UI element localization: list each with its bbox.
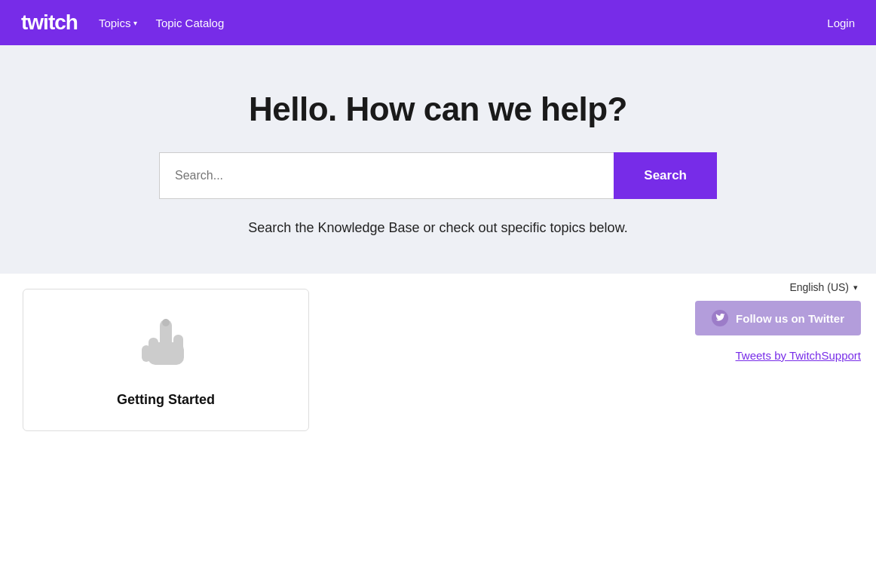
search-input[interactable]	[159, 152, 614, 199]
language-selector[interactable]: English (US)	[789, 281, 849, 293]
topics-chevron-icon: ▾	[133, 19, 137, 27]
topic-catalog-label: Topic Catalog	[155, 17, 224, 29]
hero-title: Hello. How can we help?	[249, 90, 627, 128]
svg-rect-2	[173, 335, 183, 356]
twitch-logo: twitch	[21, 11, 78, 35]
getting-started-icon	[132, 312, 200, 380]
follow-twitter-button[interactable]: Follow us on Twitter	[695, 301, 861, 335]
language-chevron-icon: ▾	[853, 283, 858, 292]
nav-topic-catalog[interactable]: Topic Catalog	[155, 17, 224, 29]
content-area: Getting Started English (US) ▾ Follow us…	[0, 274, 876, 446]
tweets-by-link[interactable]: Tweets by TwitchSupport	[736, 349, 861, 362]
login-button[interactable]: Login	[827, 17, 855, 29]
search-button[interactable]: Search	[614, 152, 717, 199]
follow-twitter-label: Follow us on Twitter	[736, 312, 844, 325]
hero-subtitle: Search the Knowledge Base or check out s…	[248, 220, 627, 236]
search-row: Search	[159, 152, 717, 199]
twitter-bird-icon	[715, 314, 725, 323]
language-row: English (US) ▾	[513, 281, 861, 293]
svg-rect-4	[142, 345, 151, 362]
left-panel: Getting Started	[0, 274, 498, 446]
getting-started-card[interactable]: Getting Started	[23, 289, 309, 431]
nav-topics[interactable]: Topics ▾	[99, 17, 138, 29]
card-title: Getting Started	[117, 392, 215, 408]
main-nav: Topics ▾ Topic Catalog	[99, 17, 827, 29]
topics-label: Topics	[99, 17, 131, 29]
site-header: twitch Topics ▾ Topic Catalog Login	[0, 0, 876, 45]
hero-section: Hello. How can we help? Search Search th…	[0, 45, 876, 274]
twitter-icon	[712, 310, 728, 326]
svg-point-5	[162, 319, 170, 326]
right-panel: English (US) ▾ Follow us on Twitter Twee…	[498, 274, 876, 446]
